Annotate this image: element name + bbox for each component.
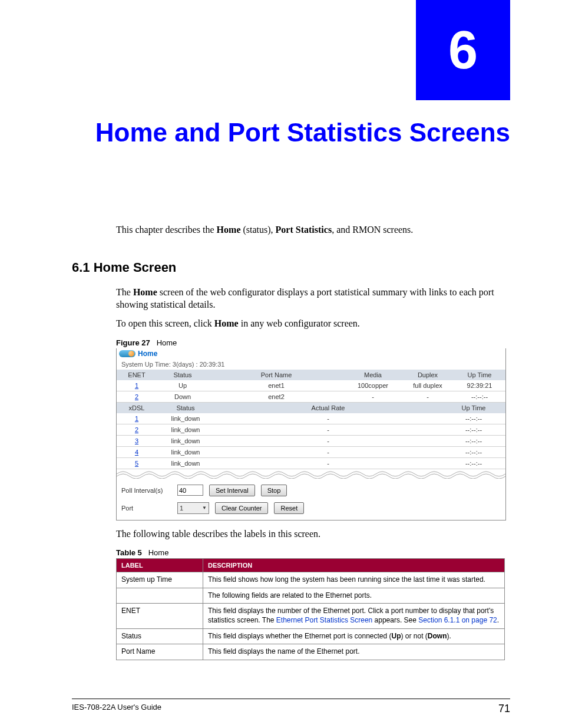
- chapter-intro: This chapter describes the Home (status)…: [116, 224, 510, 236]
- port-link[interactable]: 1: [135, 415, 138, 422]
- cell-status: link_down: [157, 457, 214, 469]
- text-bold: Up: [392, 632, 401, 640]
- text-bold: Home: [214, 318, 239, 328]
- cell-desc: The following fields are related to the …: [203, 588, 505, 604]
- table-row: 2 Down enet2 - - --:--:--: [117, 391, 505, 402]
- table-header-row: LABEL DESCRIPTION: [117, 559, 505, 572]
- col-description: DESCRIPTION: [203, 559, 505, 572]
- table-row: 1 link_down - --:--:--: [117, 413, 505, 424]
- cell-name: enet1: [209, 380, 344, 391]
- table-row: 4 link_down - --:--:--: [117, 446, 505, 457]
- clear-counter-button[interactable]: Clear Counter: [215, 502, 268, 514]
- system-uptime: System Up Time: 3(days) : 20:39:31: [117, 359, 505, 370]
- table-row: 1 Up enet1 100copper full duplex 92:39:2…: [117, 380, 505, 391]
- section-heading: 6.1 Home Screen: [72, 260, 510, 275]
- cell-duplex: full duplex: [402, 380, 454, 391]
- text: ) or not (: [401, 632, 428, 640]
- col-status: Status: [157, 403, 214, 413]
- cell-desc: This field displays the name of the Ethe…: [203, 644, 505, 660]
- text-bold: Home: [133, 287, 157, 297]
- cell-rate: -: [214, 413, 442, 424]
- port-link[interactable]: 1: [135, 382, 138, 389]
- text: The: [116, 287, 133, 297]
- table-row: The following fields are related to the …: [117, 588, 505, 604]
- screen-title: Home: [138, 350, 157, 358]
- cell-uptime: --:--:--: [442, 435, 505, 446]
- cell-status: link_down: [157, 435, 214, 446]
- cell-uptime: --:--:--: [442, 413, 505, 424]
- controls-area: Poll Interval(s) Set Interval Stop Port …: [117, 479, 505, 520]
- port-select[interactable]: 1 ▼: [177, 502, 209, 514]
- col-xdsl: xDSL: [117, 403, 157, 413]
- paragraph: The Home screen of the web configurator …: [116, 286, 510, 311]
- cross-ref-link[interactable]: Section 6.1.1 on page 72: [418, 616, 497, 624]
- port-link[interactable]: 3: [135, 437, 138, 444]
- figure-label: Figure 27: [116, 338, 150, 347]
- cell-uptime: --:--:--: [442, 424, 505, 435]
- cell-uptime: --:--:--: [442, 457, 505, 469]
- label-description-table: LABEL DESCRIPTION System up Time This fi…: [116, 558, 505, 660]
- figure-caption: Figure 27 Home: [116, 338, 510, 347]
- cell-desc: This field shows how long the system has…: [203, 572, 505, 588]
- cell-name: enet2: [209, 391, 344, 402]
- cell-rate: -: [214, 457, 442, 469]
- poll-row: Poll Interval(s) Set Interval Stop: [121, 485, 501, 496]
- home-screen-figure: Home System Up Time: 3(days) : 20:39:31 …: [116, 348, 506, 521]
- col-status: Status: [157, 370, 209, 380]
- text: in any web configurator screen.: [239, 318, 360, 328]
- table-row: Port Name This field displays the name o…: [117, 644, 505, 660]
- port-link[interactable]: 5: [135, 460, 138, 467]
- page-number: 71: [498, 703, 510, 715]
- text-bold: Home: [217, 225, 241, 235]
- col-duplex: Duplex: [402, 370, 454, 380]
- table-row: Status This field displays whether the E…: [117, 628, 505, 644]
- cell-desc: This field displays the number of the Et…: [203, 604, 505, 628]
- table-row: System up Time This field shows how long…: [117, 572, 505, 588]
- reset-button[interactable]: Reset: [274, 502, 304, 514]
- stop-button[interactable]: Stop: [261, 485, 287, 496]
- table-row: 2 link_down - --:--:--: [117, 424, 505, 435]
- table-row: 3 link_down - --:--:--: [117, 435, 505, 446]
- footer-guide-name: IES-708-22A User's Guide: [72, 703, 161, 715]
- cell-status: Down: [157, 391, 209, 402]
- paragraph: The following table describes the labels…: [116, 528, 510, 541]
- set-interval-button[interactable]: Set Interval: [209, 485, 255, 496]
- cross-ref-link[interactable]: Ethernet Port Statistics Screen: [276, 616, 372, 624]
- cell-label: Port Name: [117, 644, 203, 660]
- chapter-number: 6: [448, 20, 478, 81]
- text: , and RMON screens.: [332, 225, 413, 235]
- text-bold: Down: [428, 632, 447, 640]
- cell-label: [117, 588, 203, 604]
- port-link[interactable]: 4: [135, 449, 138, 456]
- cell-status: link_down: [157, 446, 214, 457]
- col-uptime: Up Time: [442, 403, 505, 413]
- port-link[interactable]: 2: [135, 393, 138, 400]
- cell-status: Up: [157, 380, 209, 391]
- cell-uptime: --:--:--: [454, 391, 505, 402]
- cell-label: System up Time: [117, 572, 203, 588]
- text: .: [497, 616, 499, 624]
- poll-interval-label: Poll Interval(s): [121, 487, 171, 494]
- col-label: LABEL: [117, 559, 203, 572]
- col-enet: ENET: [117, 370, 157, 380]
- table-row: 5 link_down - --:--:--: [117, 457, 505, 469]
- cell-rate: -: [214, 424, 442, 435]
- port-link[interactable]: 2: [135, 426, 138, 433]
- text: screen of the web configurator displays …: [116, 287, 494, 310]
- cell-duplex: -: [402, 391, 454, 402]
- paragraph: To open this screen, click Home in any w…: [116, 317, 510, 330]
- text: appears. See: [372, 616, 418, 624]
- text: ).: [447, 632, 451, 640]
- cell-status: link_down: [157, 413, 214, 424]
- cell-label: ENET: [117, 604, 203, 628]
- bullet-icon: [119, 350, 135, 357]
- poll-interval-input[interactable]: [177, 485, 203, 496]
- table-caption: Table 5 Home: [116, 548, 510, 557]
- cell-uptime: 92:39:21: [454, 380, 505, 391]
- text: (status),: [240, 225, 275, 235]
- chapter-title: Home and Port Statistics Screens: [88, 118, 510, 148]
- text: This chapter describes the: [116, 225, 217, 235]
- cell-rate: -: [214, 446, 442, 457]
- cell-media: -: [344, 391, 402, 402]
- cell-rate: -: [214, 435, 442, 446]
